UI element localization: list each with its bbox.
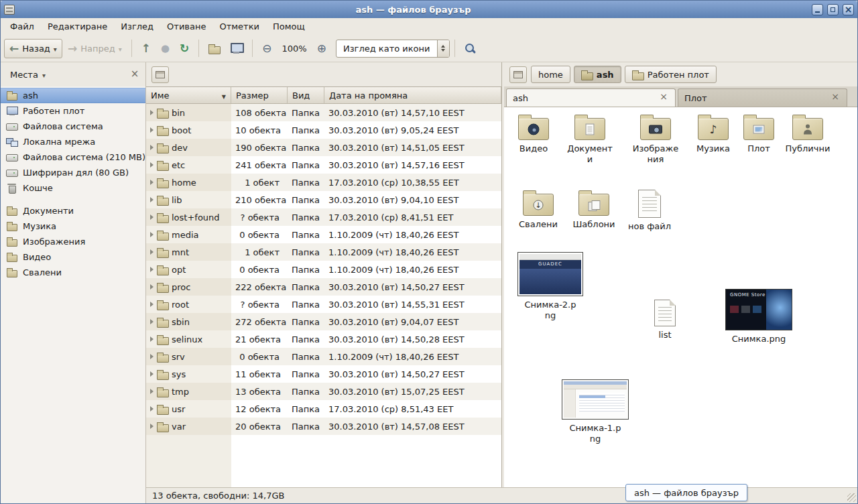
table-row[interactable]: lib 210 обекта Папка 30.03.2010 (вт) 9,0… (146, 191, 501, 208)
sidebar-place-item[interactable]: Музика (1, 218, 145, 234)
expander-icon[interactable] (150, 336, 154, 342)
expander-icon[interactable] (150, 424, 154, 429)
zoom-out-button[interactable] (257, 40, 276, 58)
table-row[interactable]: home 1 обект Папка 17.03.2010 (ср) 10,38… (146, 174, 501, 191)
up-button[interactable] (137, 40, 156, 58)
sidebar-title-button[interactable]: Места (6, 68, 50, 82)
column-header-size[interactable]: Размер (231, 87, 288, 103)
reload-button[interactable] (175, 40, 194, 58)
expander-icon[interactable] (150, 110, 154, 115)
table-row[interactable]: sys 11 обекта Папка 30.03.2010 (вт) 14,5… (146, 365, 501, 383)
table-row[interactable]: sbin 272 обекта Папка 30.03.2010 (вт) 9,… (146, 313, 501, 330)
table-row[interactable]: usr 12 обекта Папка 17.03.2010 (ср) 8,51… (146, 400, 501, 418)
sidebar-place-item[interactable]: Работен плот (1, 103, 145, 119)
file-snimka-2-png[interactable]: GUADEC Снимка-2.png (515, 252, 585, 320)
tab-close-icon[interactable] (658, 92, 669, 103)
column-header-name[interactable]: Име (146, 87, 231, 103)
breadcrumb-desktop[interactable]: Работен плот (625, 66, 717, 83)
expander-icon[interactable] (150, 406, 154, 412)
sidebar-place-item[interactable]: Локална мрежа (1, 134, 145, 149)
sidebar-place-item[interactable]: Свалени (1, 265, 145, 280)
menu-item[interactable]: Помощ (266, 19, 312, 34)
expander-icon[interactable] (150, 319, 154, 324)
breadcrumb-ash[interactable]: ash (574, 66, 621, 83)
computer-button[interactable] (225, 40, 247, 57)
expander-icon[interactable] (150, 180, 154, 185)
column-header-type[interactable]: Вид (288, 87, 324, 103)
home-button[interactable] (204, 41, 225, 56)
view-mode-select[interactable]: Изглед като икони (336, 40, 450, 58)
menu-item[interactable]: Файл (3, 19, 41, 34)
table-row[interactable]: tmp 13 обекта Папка 30.03.2010 (вт) 15,0… (146, 383, 501, 400)
table-row[interactable]: root ? обекта Папка 30.03.2010 (вт) 14,5… (146, 296, 501, 313)
expander-icon[interactable] (150, 162, 154, 168)
pathbar-root-button[interactable] (509, 66, 527, 83)
folder-pictures[interactable]: Изображения (627, 114, 684, 164)
expander-icon[interactable] (150, 214, 154, 220)
close-button[interactable] (843, 4, 854, 15)
sidebar-place-item[interactable]: Документи (1, 203, 145, 218)
tab-close-icon[interactable] (830, 92, 841, 103)
folder-documents[interactable]: Документи (562, 114, 618, 164)
back-dropdown-icon[interactable] (54, 44, 57, 53)
table-row[interactable]: proc 222 обекта Папка 30.03.2010 (вт) 14… (146, 278, 501, 296)
breadcrumb-home[interactable]: home (531, 66, 570, 83)
table-row[interactable]: selinux 21 обекта Папка 30.03.2010 (вт) … (146, 330, 501, 348)
file-snimka-1-png[interactable]: Снимка-1.png (560, 379, 630, 444)
sidebar-place-item[interactable]: Файлова система (210 MB) (1, 149, 145, 165)
sidebar-close-button[interactable] (129, 69, 140, 80)
tab-desktop[interactable]: Плот (678, 88, 847, 107)
expander-icon[interactable] (150, 145, 154, 150)
minimize-button[interactable] (812, 4, 823, 15)
folder-downloads[interactable]: Свалени (510, 190, 566, 230)
table-row[interactable]: lost+found ? обекта Папка 17.03.2010 (ср… (146, 208, 501, 226)
file-new-file[interactable]: нов файл (621, 188, 678, 232)
folder-public[interactable]: Публични (780, 114, 836, 154)
table-row[interactable]: srv 0 обекта Папка 1.10.2009 (чт) 18,40,… (146, 348, 501, 365)
expander-icon[interactable] (150, 354, 154, 359)
expander-icon[interactable] (150, 267, 154, 272)
back-button[interactable]: Назад (4, 39, 62, 58)
maximize-button[interactable] (827, 4, 839, 15)
sidebar-place-item[interactable]: Видео (1, 249, 145, 265)
expander-icon[interactable] (150, 389, 154, 394)
table-row[interactable]: bin 108 обекта Папка 30.03.2010 (вт) 14,… (146, 104, 501, 121)
file-snimka-png[interactable]: GNOME Store Снимка.png (724, 289, 794, 344)
table-row[interactable]: boot 10 обекта Папка 30.03.2010 (вт) 9,0… (146, 121, 501, 139)
tab-ash[interactable]: ash (506, 88, 676, 107)
menu-item[interactable]: Отметки (212, 19, 265, 34)
forward-button[interactable]: Напред (63, 40, 127, 58)
pathbar-root-button[interactable] (151, 66, 169, 83)
sidebar-place-item[interactable]: ash (1, 88, 145, 103)
expander-icon[interactable] (150, 232, 154, 237)
sidebar-place-item[interactable]: Шифриран дял (80 GB) (1, 165, 145, 180)
table-row[interactable]: dev 190 обекта Папка 30.03.2010 (вт) 14,… (146, 139, 501, 156)
table-row[interactable]: etc 241 обекта Папка 30.03.2010 (вт) 14,… (146, 156, 501, 174)
expander-icon[interactable] (150, 197, 154, 202)
expander-icon[interactable] (150, 302, 154, 307)
zoom-in-button[interactable] (312, 40, 331, 58)
sidebar-place-item[interactable]: Изображения (1, 234, 145, 249)
resize-grip[interactable] (847, 493, 856, 502)
menu-item[interactable]: Отиване (160, 19, 212, 34)
expander-icon[interactable] (150, 284, 154, 290)
expander-icon[interactable] (150, 249, 154, 255)
menu-item[interactable]: Изглед (114, 19, 160, 34)
folder-desktop[interactable]: Плот (731, 114, 787, 154)
icon-view[interactable]: Видео Документи Изображения Музика (504, 107, 857, 487)
table-row[interactable]: opt 0 обекта Папка 1.10.2009 (чт) 18,40,… (146, 261, 501, 278)
folder-video[interactable]: Видео (505, 114, 562, 154)
expander-icon[interactable] (150, 371, 154, 377)
search-button[interactable] (460, 40, 481, 58)
table-row[interactable]: mnt 1 обект Папка 1.10.2009 (чт) 18,40,2… (146, 243, 501, 261)
sidebar-place-item[interactable]: Кошче (1, 180, 145, 196)
folder-templates[interactable]: Шаблони (566, 190, 622, 230)
titlebar[interactable]: ash — файлов браузър (1, 1, 857, 18)
combo-stepper-icon[interactable] (437, 40, 449, 57)
sidebar-place-item[interactable]: Файлова система (1, 119, 145, 134)
column-header-date[interactable]: Дата на промяна (324, 87, 501, 103)
file-list[interactable]: list (630, 298, 700, 340)
menu-item[interactable]: Редактиране (41, 19, 114, 34)
table-row[interactable]: media 0 обекта Папка 1.10.2009 (чт) 18,4… (146, 226, 501, 243)
table-row[interactable]: var 20 обекта Папка 30.03.2010 (вт) 14,5… (146, 418, 501, 435)
